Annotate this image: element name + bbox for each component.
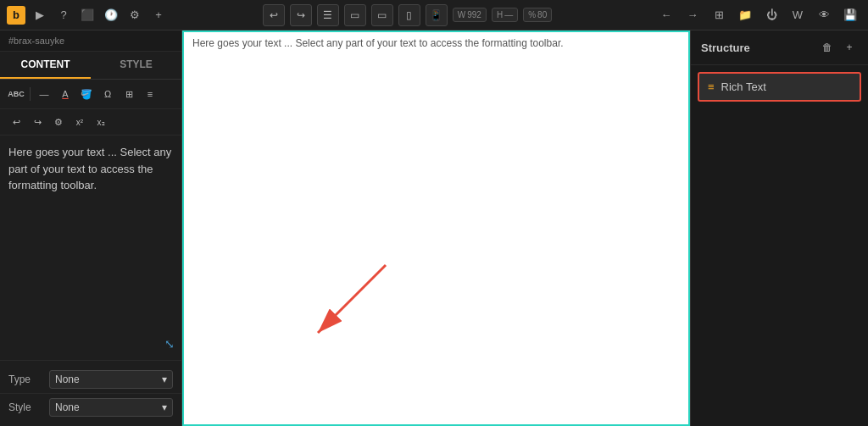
settings-icon[interactable]: ⚙ [125,6,144,25]
style-dropdown-row: Style None ▾ [0,394,181,421]
grid-icon[interactable]: ⊞ [708,4,730,26]
layers-icon[interactable]: ⬛ [78,6,97,25]
structure-item-rich-text[interactable]: ≡ Rich Text [698,72,861,102]
cloud-icon[interactable]: 💾 [839,4,861,26]
top-bar-right-actions: ← → ⊞ 📁 ⏻ W 👁 💾 [655,4,861,26]
panel-bottom: Type None ▾ Style None ▾ [0,360,181,426]
history-icon[interactable]: 🕐 [102,6,120,25]
element-path: #brax-sauyke [0,30,181,52]
chevron-down-icon2: ▾ [162,401,167,413]
mobile-btn[interactable]: 📱 [426,4,448,26]
wordpress-icon[interactable]: W [787,4,809,26]
app-logo[interactable]: b [7,6,25,25]
tablet-portrait-btn[interactable]: ▯ [398,4,420,26]
power-icon[interactable]: ⏻ [760,4,782,26]
canvas-area[interactable]: Here goes your text ... Select any part … [182,30,690,426]
height-field[interactable]: H — [492,8,518,22]
plus-icon[interactable]: + [149,6,168,25]
resize-handle[interactable]: ⤡ [164,335,175,353]
font-color-btn[interactable]: A [56,85,75,103]
folder-icon[interactable]: 📁 [734,4,756,26]
special-char-btn[interactable]: Ω [98,85,117,103]
canvas-controls: ↩ ↪ ☰ ▭ ▭ ▯ 📱 W 992 H — % 80 [263,4,552,26]
zoom-percent-label: % [528,10,536,19]
redo-btn[interactable]: ↪ [290,4,312,26]
arrow-right-icon[interactable]: → [682,4,704,26]
tablet-landscape-btn[interactable]: ▭ [371,4,393,26]
structure-actions: 🗑 + [819,39,858,56]
width-field[interactable]: W 992 [453,8,487,22]
panel-tabs: CONTENT STYLE [0,52,181,80]
arrow-left-icon[interactable]: ← [655,4,677,26]
style-label: Style [8,401,42,413]
minus-btn[interactable]: — [35,85,53,103]
desktop-view-btn[interactable]: ▭ [344,4,366,26]
structure-title: Structure [701,41,750,54]
height-label: H [497,10,503,19]
undo-fmt-btn[interactable]: ↩ [7,113,25,131]
redo-fmt-btn[interactable]: ↪ [28,113,47,131]
zoom-value: 80 [537,10,547,19]
canvas-content [182,30,690,426]
main-layout: #brax-sauyke CONTENT STYLE ABC — A 🪣 Ω ⊞… [0,30,868,426]
abc-btn[interactable]: ABC [7,85,25,103]
table-btn[interactable]: ⊞ [120,85,138,103]
top-toolbar: b ▶ ? ⬛ 🕐 ⚙ + ↩ ↪ ☰ ▭ ▭ ▯ 📱 W 992 H — % … [0,0,868,30]
format-toolbar-row2: ↩ ↪ ⚙ x² x₂ [0,109,181,136]
height-value: — [504,10,513,19]
right-panel: Structure 🗑 + ≡ Rich Text [690,30,868,426]
paint-btn[interactable]: 🪣 [77,85,96,103]
left-panel: #brax-sauyke CONTENT STYLE ABC — A 🪣 Ω ⊞… [0,30,182,426]
style-dropdown[interactable]: None ▾ [49,398,173,417]
settings-fmt-btn[interactable]: ⚙ [49,113,68,131]
menu-view-btn[interactable]: ☰ [317,4,339,26]
undo-btn[interactable]: ↩ [263,4,285,26]
more-btn[interactable]: ≡ [141,85,159,103]
format-toolbar-row1: ABC — A 🪣 Ω ⊞ ≡ [0,80,181,109]
rich-text-icon: ≡ [708,80,715,93]
width-value: 992 [467,10,481,19]
type-dropdown-row: Type None ▾ [0,366,181,394]
superscript-btn[interactable]: x² [70,113,89,131]
chevron-down-icon: ▾ [162,373,167,385]
width-label: W [458,10,465,19]
type-label: Type [8,373,42,385]
add-icon[interactable]: + [841,39,858,56]
rich-text-label: Rich Text [721,80,766,93]
text-content: Here goes your text ... Select any part … [8,146,171,191]
type-dropdown[interactable]: None ▾ [49,370,173,389]
tab-style[interactable]: STYLE [91,52,181,79]
subscript-btn[interactable]: x₂ [92,113,110,131]
right-panel-header: Structure 🗑 + [691,30,868,65]
play-icon[interactable]: ▶ [31,6,49,25]
zoom-field[interactable]: % 80 [523,8,552,22]
tab-content[interactable]: CONTENT [0,52,91,79]
delete-icon[interactable]: 🗑 [819,39,836,56]
help-icon[interactable]: ? [54,6,73,25]
sep1 [30,87,31,101]
eye-icon[interactable]: 👁 [813,4,835,26]
text-content-area[interactable]: Here goes your text ... Select any part … [0,136,181,360]
